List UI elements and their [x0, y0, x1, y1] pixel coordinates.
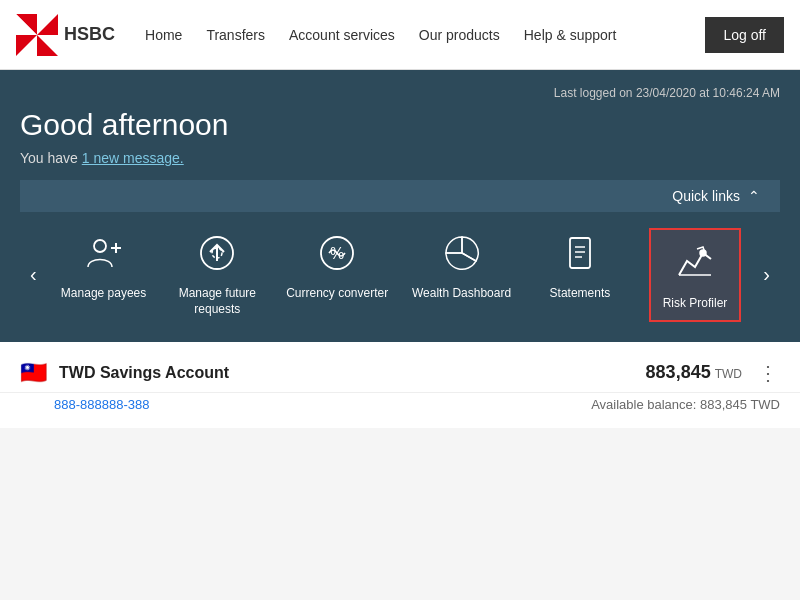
- account-balance: 883,845TWD: [646, 362, 742, 383]
- nav-home[interactable]: Home: [145, 27, 182, 43]
- nav-transfers[interactable]: Transfers: [206, 27, 265, 43]
- account-name: TWD Savings Account: [59, 364, 646, 382]
- quick-link-manage-payees[interactable]: Manage payees: [59, 228, 149, 302]
- quick-link-future-requests[interactable]: Manage futurerequests: [172, 228, 262, 317]
- quick-link-currency-converter[interactable]: % Currency converter: [286, 228, 388, 302]
- header: HSBC Home Transfers Account services Our…: [0, 0, 800, 70]
- kebab-menu-button[interactable]: ⋮: [758, 361, 780, 385]
- quick-links-label: Quick links: [672, 188, 740, 204]
- quick-link-wealth-dashboard[interactable]: Wealth Dashboard: [412, 228, 511, 302]
- currency-converter-label: Currency converter: [286, 286, 388, 302]
- svg-point-20: [700, 250, 706, 256]
- last-logged-text: Last logged on 23/04/2020 at 10:46:24 AM: [20, 86, 780, 108]
- hsbc-logo-icon: [16, 14, 58, 56]
- chevron-up-icon: ⌃: [748, 188, 760, 204]
- quick-links-container: Manage payees Manage futurerequests: [47, 228, 754, 322]
- nav-help-support[interactable]: Help & support: [524, 27, 617, 43]
- account-row: 🇹🇼 TWD Savings Account 883,845TWD ⋮: [0, 342, 800, 393]
- message-line: You have 1 new message.: [20, 150, 780, 166]
- nav-our-products[interactable]: Our products: [419, 27, 500, 43]
- account-number[interactable]: 888-888888-388: [54, 397, 149, 412]
- main-nav: Home Transfers Account services Our prod…: [145, 27, 705, 43]
- statements-label: Statements: [550, 286, 611, 302]
- carousel-prev-button[interactable]: ‹: [20, 253, 47, 296]
- chart-line-icon: [670, 238, 720, 288]
- quick-link-statements[interactable]: Statements: [535, 228, 625, 302]
- greeting-text: Good afternoon: [20, 108, 780, 142]
- quick-links-bar: Quick links ⌃: [20, 180, 780, 212]
- document-icon: [555, 228, 605, 278]
- logo-text: HSBC: [64, 24, 115, 45]
- account-section: 🇹🇼 TWD Savings Account 883,845TWD ⋮ 888-…: [0, 342, 800, 428]
- manage-payees-label: Manage payees: [61, 286, 146, 302]
- new-message-link[interactable]: 1 new message.: [82, 150, 184, 166]
- logo-area: HSBC: [16, 14, 115, 56]
- risk-profiler-label: Risk Profiler: [663, 296, 728, 312]
- balance-currency: TWD: [715, 367, 742, 381]
- message-prefix: You have: [20, 150, 82, 166]
- nav-account-services[interactable]: Account services: [289, 27, 395, 43]
- quick-link-risk-profiler[interactable]: Risk Profiler: [649, 228, 742, 322]
- balance-amount: 883,845: [646, 362, 711, 382]
- quick-links-row: ‹ Manage payees: [20, 212, 780, 342]
- taiwan-flag-icon: 🇹🇼: [20, 360, 47, 386]
- account-detail-row: 888-888888-388 Available balance: 883,84…: [0, 393, 800, 428]
- available-balance: Available balance: 883,845 TWD: [591, 397, 780, 412]
- banner: Last logged on 23/04/2020 at 10:46:24 AM…: [0, 70, 800, 342]
- svg-rect-16: [570, 238, 590, 268]
- carousel-next-button[interactable]: ›: [753, 253, 780, 296]
- person-plus-icon: [79, 228, 129, 278]
- wealth-dashboard-label: Wealth Dashboard: [412, 286, 511, 302]
- svg-point-8: [94, 240, 106, 252]
- future-requests-label: Manage futurerequests: [179, 286, 256, 317]
- logoff-button[interactable]: Log off: [705, 17, 784, 53]
- pie-chart-icon: [437, 228, 487, 278]
- percent-circle-icon: %: [312, 228, 362, 278]
- arrow-up-circle-icon: [192, 228, 242, 278]
